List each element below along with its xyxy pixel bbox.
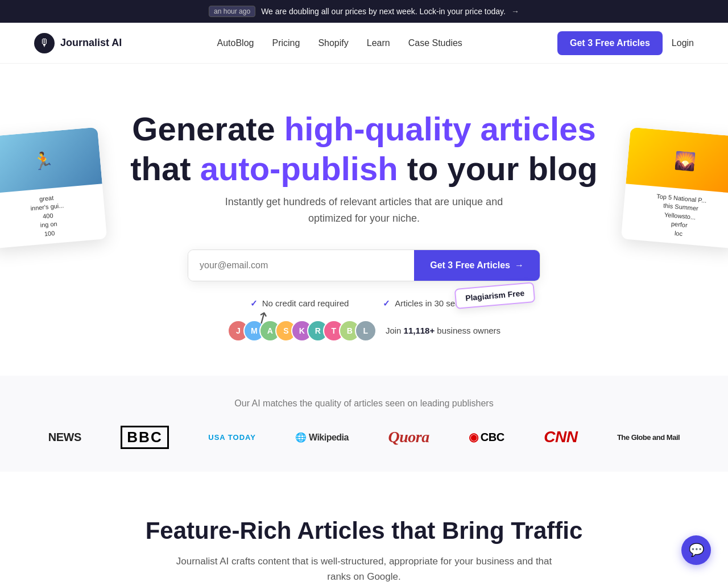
avatars-group: JMASKRTBL	[228, 320, 377, 342]
trust-item-cc: ✓ No credit card required	[250, 298, 349, 309]
pub-logo-cbc: ◉ CBC	[469, 430, 504, 444]
trust-row: ✓ No credit card required ✓ Articles in …	[11, 298, 717, 309]
social-proof: ↗ JMASKRTBL Join 11,118+ business owners	[11, 320, 717, 342]
pub-logo-cnn: CNN	[544, 428, 577, 446]
logo-text: Journalist AI	[60, 37, 122, 49]
left-article-card: 🏃 greatinner's gui...400ing on100	[0, 127, 107, 249]
features-title: Feature-Rich Articles that Bring Traffic	[34, 517, 694, 544]
email-input[interactable]	[188, 250, 414, 281]
cbc-gem-icon: ◉	[469, 430, 478, 444]
hero-headline: Generate high-quality articles that auto…	[11, 109, 717, 188]
hero-cta-button[interactable]: Get 3 Free Articles →	[414, 250, 540, 281]
pub-logo-usa: USA TODAY	[208, 433, 256, 442]
headline-highlight1: high-quality articles	[284, 110, 596, 147]
check-icon-2: ✓	[383, 298, 390, 309]
right-article-card: 🌄 Top 5 National P...this SummerYellowst…	[621, 127, 728, 249]
nav-actions: Get 3 Free Articles Login	[557, 31, 694, 55]
features-section: Feature-Rich Articles that Bring Traffic…	[0, 472, 728, 582]
banner-text: We are doubling all our prices by next w…	[261, 7, 506, 16]
subtitle-line1: Instantly get hundreds of relevant artic…	[225, 196, 503, 207]
hero-cta-arrow: →	[515, 260, 524, 271]
headline-part2: that	[130, 150, 200, 187]
features-subtitle: Journalist AI crafts content that is wel…	[165, 554, 563, 582]
logo-icon: 🎙	[34, 33, 55, 53]
banner-arrow: →	[511, 7, 519, 16]
publishers-title: Our AI matches the quality of articles s…	[34, 398, 694, 409]
nav-links: AutoBlog Pricing Shopify Learn Case Stud…	[217, 38, 462, 48]
publishers-logos: NEWS BBC USA TODAY 🌐 Wikipedia Quora ◉ C…	[34, 426, 694, 449]
nav-link-learn[interactable]: Learn	[367, 38, 390, 48]
publishers-section: Our AI matches the quality of articles s…	[0, 376, 728, 472]
nav-link-shopify[interactable]: Shopify	[318, 38, 348, 48]
left-card-image: 🏃	[0, 127, 102, 194]
join-text: Join	[386, 326, 404, 335]
hero-subtitle: Instantly get hundreds of relevant artic…	[11, 194, 717, 227]
pub-logo-wikipedia: 🌐 Wikipedia	[295, 432, 348, 443]
headline-part3: to your blog	[398, 150, 598, 187]
headline-highlight2: auto-publish	[200, 150, 398, 187]
nav-login-button[interactable]: Login	[672, 38, 694, 48]
banner-badge: an hour ago	[209, 6, 255, 17]
email-form: Get 3 Free Articles →	[188, 250, 540, 281]
chat-button[interactable]: 💬	[681, 535, 711, 565]
nav-link-autoblog[interactable]: AutoBlog	[217, 38, 254, 48]
pub-logo-news: NEWS	[48, 431, 81, 444]
pub-logo-quora: Quora	[388, 428, 429, 446]
email-form-wrapper: Get 3 Free Articles →	[11, 250, 717, 281]
nav-link-pricing[interactable]: Pricing	[272, 38, 300, 48]
social-text: Join 11,118+ business owners	[386, 326, 500, 335]
avatar: L	[355, 320, 377, 342]
user-count: 11,118+	[404, 326, 435, 335]
pub-logo-globe: The Globe and Mail	[617, 433, 680, 442]
nav-logo[interactable]: 🎙 Journalist AI	[34, 33, 122, 53]
nav-cta-button[interactable]: Get 3 Free Articles	[557, 31, 663, 55]
top-banner: an hour ago We are doubling all our pric…	[0, 0, 728, 23]
navbar: 🎙 Journalist AI AutoBlog Pricing Shopify…	[0, 23, 728, 64]
trust-text-1: No credit card required	[262, 298, 349, 308]
subtitle-line2: optimized for your niche.	[308, 213, 420, 224]
headline-part1: Generate	[132, 110, 284, 147]
right-card-text: Top 5 National P...this SummerYellowsto.…	[621, 184, 728, 248]
hero-cta-label: Get 3 Free Articles	[430, 260, 510, 271]
check-icon-1: ✓	[250, 298, 258, 309]
left-card-text: greatinner's gui...400ing on100	[0, 184, 107, 248]
right-card-image: 🌄	[626, 127, 728, 194]
nav-link-case-studies[interactable]: Case Studies	[408, 38, 462, 48]
suffix-text: business owners	[435, 326, 500, 335]
pub-logo-bbc: BBC	[121, 426, 168, 449]
hero-section: 🏃 greatinner's gui...400ing on100 🌄 Top …	[0, 64, 728, 376]
